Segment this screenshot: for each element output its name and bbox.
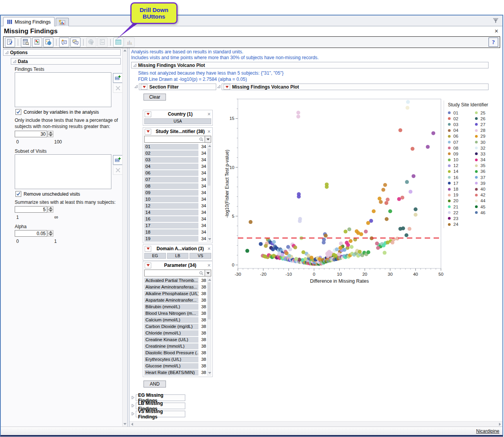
red-triangle-menu-icon[interactable] bbox=[145, 246, 151, 252]
and-or-toggle-button[interactable]: AND bbox=[144, 381, 166, 387]
data-point[interactable] bbox=[272, 240, 276, 244]
data-point[interactable] bbox=[408, 227, 412, 231]
data-point[interactable] bbox=[383, 251, 386, 255]
filter-row-label[interactable]: 14 bbox=[144, 210, 198, 215]
disclosure-open-icon[interactable] bbox=[133, 63, 137, 67]
data-point[interactable] bbox=[324, 234, 328, 237]
legend-item[interactable]: 44 bbox=[475, 198, 502, 204]
data-point[interactable] bbox=[249, 220, 253, 224]
red-triangle-menu-icon[interactable] bbox=[224, 84, 230, 90]
checkbox-checked-icon[interactable] bbox=[15, 191, 21, 197]
view-notes-button[interactable] bbox=[70, 38, 80, 47]
filter-row[interactable]: Erythrocytes (U/L)38 bbox=[144, 356, 206, 362]
data-point[interactable] bbox=[296, 114, 300, 118]
filter-row[interactable]: 1234 bbox=[144, 203, 206, 209]
disclosure-closed-icon[interactable] bbox=[132, 396, 135, 399]
legend-item[interactable]: 14 bbox=[448, 169, 475, 174]
legend-item[interactable]: 19 bbox=[448, 192, 475, 198]
options-scrollbar[interactable] bbox=[122, 48, 127, 427]
filter-row-label[interactable]: 04 bbox=[144, 164, 198, 169]
add-findings-test-button[interactable] bbox=[113, 73, 123, 83]
data-point[interactable] bbox=[339, 242, 343, 246]
legend-item[interactable]: 12 bbox=[448, 163, 475, 169]
filter-row-label[interactable]: Glucose (mmol/L) bbox=[144, 363, 198, 369]
legend-item[interactable]: 07 bbox=[448, 139, 475, 145]
filter-row-label[interactable]: 18 bbox=[144, 229, 198, 235]
filter-row-label[interactable]: Diastolic Blood Pressure (... bbox=[144, 350, 198, 356]
data-point[interactable] bbox=[408, 190, 412, 194]
legend-item[interactable]: 37 bbox=[475, 174, 502, 180]
checkbox-checked-icon[interactable] bbox=[15, 109, 21, 115]
filter-row-label[interactable]: 10 bbox=[144, 196, 198, 202]
domain-value-vs[interactable]: VS bbox=[190, 253, 211, 259]
disclosure-closed-icon[interactable] bbox=[132, 404, 135, 408]
create-web-report-button[interactable] bbox=[43, 38, 53, 47]
remove-unscheduled-checkbox[interactable]: Remove unscheduled visits bbox=[15, 191, 80, 197]
data-point[interactable] bbox=[411, 147, 415, 151]
filter-row-label[interactable]: 07 bbox=[144, 177, 198, 183]
data-point[interactable] bbox=[400, 196, 404, 200]
data-point[interactable] bbox=[391, 241, 395, 244]
disclosure-open-icon[interactable] bbox=[13, 60, 16, 63]
add-visit-button[interactable] bbox=[113, 155, 123, 165]
legend-item[interactable]: 45 bbox=[475, 204, 502, 210]
view-data-table-button[interactable] bbox=[21, 38, 31, 47]
filter-row-label[interactable]: Carbon Dioxide (mg/dL) bbox=[144, 324, 198, 329]
filter-row-label[interactable]: Erythrocytes (U/L) bbox=[144, 357, 198, 362]
filter-row-label[interactable]: 06 bbox=[144, 170, 198, 176]
filter-row[interactable]: Alanine Aminotransferas...38 bbox=[144, 284, 206, 290]
summarize-spinner[interactable] bbox=[48, 206, 53, 213]
legend-item[interactable]: 35 bbox=[475, 163, 502, 169]
filter-row-label[interactable]: Alkaline Phosphatase (U/L) bbox=[144, 291, 198, 297]
data-point[interactable] bbox=[294, 257, 298, 261]
filter-row[interactable]: Aspartate Aminotransfer...38 bbox=[144, 297, 206, 303]
disclosure-open-icon[interactable] bbox=[134, 85, 138, 88]
filter-row[interactable]: 0934 bbox=[144, 189, 206, 196]
save-report-button[interactable] bbox=[32, 38, 42, 47]
percent-input[interactable]: 30 bbox=[15, 131, 53, 137]
consider-by-variables-checkbox[interactable]: Consider by variables in the analysis bbox=[15, 109, 99, 115]
data-point[interactable] bbox=[318, 257, 321, 261]
legend-item[interactable]: 40 bbox=[475, 186, 502, 192]
filter-row[interactable]: 0434 bbox=[144, 163, 206, 169]
filter-row[interactable]: 0334 bbox=[144, 157, 206, 163]
parameter-search-input[interactable] bbox=[144, 270, 205, 277]
data-point[interactable] bbox=[347, 227, 351, 231]
legend-item[interactable]: 20 bbox=[448, 198, 475, 204]
data-point[interactable] bbox=[297, 195, 301, 198]
filter-row[interactable]: 0634 bbox=[144, 170, 206, 176]
filter-row-label[interactable]: Heart Rate (BEATS/MIN) bbox=[144, 370, 198, 376]
filter-row[interactable]: Chloride (mmol/L)38 bbox=[144, 330, 206, 336]
country-value[interactable]: USA bbox=[144, 118, 211, 124]
data-point[interactable] bbox=[325, 185, 329, 189]
data-point[interactable] bbox=[426, 145, 430, 149]
filter-funnel-icon[interactable] bbox=[493, 18, 499, 23]
data-point[interactable] bbox=[406, 100, 410, 104]
remove-filter-icon[interactable]: ✕ bbox=[207, 112, 211, 117]
section-lb-missing-findings[interactable]: LB Missing Findings bbox=[136, 403, 185, 409]
clear-filter-button[interactable]: Clear bbox=[144, 94, 166, 101]
filter-row[interactable]: Creatinine (mmol/L)38 bbox=[144, 343, 206, 349]
legend-item[interactable]: 17 bbox=[448, 180, 475, 186]
data-point[interactable] bbox=[359, 232, 363, 236]
data-point[interactable] bbox=[397, 197, 401, 201]
legend-item[interactable]: 34 bbox=[475, 157, 502, 163]
filter-row-label[interactable]: 19 bbox=[144, 236, 198, 242]
filter-row-label[interactable]: Aspartate Aminotransfer... bbox=[144, 297, 198, 303]
close-icon[interactable]: ✕ bbox=[494, 28, 499, 34]
volcano-plot-header-2[interactable]: Missing Findings Volcano Plot bbox=[222, 84, 489, 90]
legend-item[interactable]: 42 bbox=[475, 192, 502, 198]
filter-row-label[interactable]: 17 bbox=[144, 223, 198, 229]
data-point[interactable] bbox=[326, 254, 330, 258]
filter-row[interactable]: Blood Urea Nitrogen (m...38 bbox=[144, 310, 206, 316]
data-point[interactable] bbox=[412, 174, 415, 178]
data-point[interactable] bbox=[405, 180, 409, 184]
data-point[interactable] bbox=[376, 246, 380, 250]
data-point[interactable] bbox=[431, 131, 435, 135]
help-button[interactable]: ? bbox=[489, 38, 498, 47]
data-point[interactable] bbox=[375, 242, 379, 246]
site-list-scrollbar[interactable] bbox=[207, 143, 211, 242]
filter-row-label[interactable]: Alanine Aminotransferas... bbox=[144, 284, 198, 290]
domain-value-eg[interactable]: EG bbox=[144, 253, 166, 259]
data-header[interactable]: Data bbox=[11, 58, 121, 65]
